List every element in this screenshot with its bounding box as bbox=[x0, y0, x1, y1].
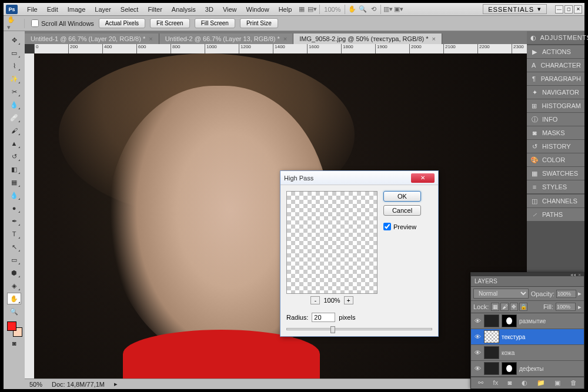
ok-button[interactable]: OK bbox=[383, 191, 421, 202]
menu-image[interactable]: Image bbox=[63, 5, 91, 14]
zoom-in-button[interactable]: + bbox=[344, 296, 353, 304]
menu-layer[interactable]: Layer bbox=[90, 5, 116, 14]
layer-row[interactable]: 👁текстура bbox=[471, 329, 584, 345]
dodge-tool[interactable]: ● bbox=[7, 202, 21, 214]
chevron-right-icon[interactable]: ▸ bbox=[114, 380, 118, 388]
cancel-button[interactable]: Cancel bbox=[383, 205, 421, 216]
foreground-swatch[interactable] bbox=[7, 321, 16, 331]
panel-collapse-icon[interactable]: ◂◂ × bbox=[570, 272, 582, 277]
panel-channels[interactable]: ◫CHANNELS bbox=[527, 194, 584, 207]
new-group-icon[interactable]: 📁 bbox=[537, 379, 545, 387]
hand-tool-icon[interactable]: ✋▾ bbox=[7, 19, 18, 28]
layer-thumb[interactable] bbox=[484, 314, 499, 327]
preview-checkbox[interactable]: Preview bbox=[383, 223, 421, 230]
adjustment-layer-icon[interactable]: ◐ bbox=[522, 379, 527, 387]
clone-stamp-tool[interactable]: ▲ bbox=[7, 138, 21, 149]
eyedropper-tool[interactable]: 💧 bbox=[7, 99, 21, 110]
shape-tool[interactable]: ▭ bbox=[7, 254, 21, 266]
layer-row[interactable]: 👁размытие bbox=[471, 313, 584, 329]
maximize-button[interactable]: ◻ bbox=[564, 5, 573, 14]
panel-history[interactable]: ↺HISTORY bbox=[527, 139, 584, 153]
opacity-input[interactable] bbox=[556, 290, 576, 298]
brush-tool[interactable]: 🖌 bbox=[7, 125, 21, 136]
lock-position-icon[interactable]: ✥ bbox=[510, 303, 518, 311]
layers-panel-head[interactable]: LAYERS bbox=[471, 276, 584, 287]
layer-row[interactable]: 👁кожа bbox=[471, 345, 584, 361]
actual-pixels-button[interactable]: Actual Pixels bbox=[99, 18, 145, 28]
delete-layer-icon[interactable]: 🗑 bbox=[570, 379, 577, 387]
layer-style-icon[interactable]: fx bbox=[493, 379, 499, 387]
dialog-titlebar[interactable]: High Pass ✕ bbox=[280, 171, 438, 185]
magic-wand-tool[interactable]: ✨ bbox=[7, 73, 21, 85]
panel-navigator[interactable]: ✦NAVIGATOR bbox=[527, 85, 584, 99]
doc-tab-1[interactable]: Untitled-1 @ 66.7% (Layer 20, RGB/8) *× bbox=[25, 33, 159, 44]
menu-edit[interactable]: Edit bbox=[42, 5, 63, 14]
fill-screen-button[interactable]: Fill Screen bbox=[195, 18, 235, 28]
move-tool[interactable]: ✥ bbox=[7, 34, 21, 46]
3d-camera-tool[interactable]: ◈ bbox=[7, 280, 21, 292]
history-brush-tool[interactable]: ↺ bbox=[7, 150, 21, 162]
layer-thumb[interactable] bbox=[484, 346, 499, 359]
panel-color[interactable]: 🎨COLOR bbox=[527, 153, 584, 166]
healing-brush-tool[interactable]: 🩹 bbox=[7, 112, 21, 123]
layer-row[interactable]: 👁дефекты bbox=[471, 361, 584, 377]
layer-mask-thumb[interactable] bbox=[502, 314, 517, 327]
slider-thumb[interactable] bbox=[330, 326, 335, 333]
visibility-icon[interactable]: 👁 bbox=[473, 333, 482, 340]
rotate-view-icon[interactable]: ⟲ bbox=[368, 5, 379, 14]
layer-thumb[interactable] bbox=[484, 362, 499, 375]
arrange-docs-icon[interactable]: ▥▾ bbox=[383, 5, 393, 14]
status-zoom[interactable]: 50% bbox=[29, 381, 42, 388]
radius-slider[interactable] bbox=[286, 328, 432, 330]
zoom-icon[interactable]: 🔍 bbox=[358, 5, 368, 14]
menu-analysis[interactable]: Analysis bbox=[167, 5, 201, 14]
panel-paths[interactable]: ⟋PATHS bbox=[527, 207, 584, 221]
panel-histogram[interactable]: ⊞HISTOGRAM bbox=[527, 99, 584, 112]
color-swatches[interactable] bbox=[6, 320, 22, 337]
path-select-tool[interactable]: ↖ bbox=[7, 241, 21, 253]
blend-mode-select[interactable]: Normal bbox=[473, 289, 529, 299]
menu-window[interactable]: Window bbox=[242, 5, 274, 14]
gradient-tool[interactable]: ▦ bbox=[7, 176, 21, 188]
type-tool[interactable]: T bbox=[7, 228, 21, 240]
panel-character[interactable]: ACHARACTER bbox=[527, 58, 584, 72]
scroll-all-windows-checkbox[interactable]: Scroll All Windows bbox=[31, 19, 94, 27]
chevron-right-icon[interactable]: ▸ bbox=[578, 303, 582, 311]
menu-view[interactable]: View bbox=[218, 5, 242, 14]
panel-info[interactable]: ⓘINFO bbox=[527, 112, 584, 126]
minimize-button[interactable]: — bbox=[555, 5, 563, 14]
zoom-level[interactable]: 100% bbox=[322, 6, 343, 13]
zoom-out-button[interactable]: - bbox=[310, 296, 320, 304]
visibility-icon[interactable]: 👁 bbox=[473, 317, 482, 324]
view-extras-icon[interactable]: ▤▾ bbox=[307, 5, 318, 14]
hand-icon[interactable]: ✋ bbox=[347, 5, 358, 14]
lock-pixels-icon[interactable]: 🖌 bbox=[500, 303, 509, 311]
crop-tool[interactable]: ✂ bbox=[7, 86, 21, 98]
lock-transparency-icon[interactable]: ▦ bbox=[491, 303, 499, 311]
status-doc-size[interactable]: Doc: 14,8M/77,1M bbox=[52, 381, 105, 388]
close-icon[interactable]: × bbox=[283, 35, 287, 42]
close-icon[interactable]: × bbox=[432, 35, 436, 42]
workspace-switcher[interactable]: ESSENTIALS▾ bbox=[483, 4, 547, 14]
radius-input[interactable] bbox=[312, 313, 335, 322]
panel-actions[interactable]: ▶ACTIONS bbox=[527, 45, 584, 58]
new-layer-icon[interactable]: ▣ bbox=[554, 379, 560, 387]
blur-tool[interactable]: 💧 bbox=[7, 189, 21, 201]
pen-tool[interactable]: ✒ bbox=[7, 215, 21, 227]
fill-input[interactable] bbox=[556, 303, 576, 311]
panel-masks[interactable]: ◙MASKS bbox=[527, 126, 584, 139]
chevron-right-icon[interactable]: ▸ bbox=[578, 290, 582, 297]
panel-paragraph[interactable]: ¶PARAGRAPH bbox=[527, 72, 584, 85]
menu-filter[interactable]: Filter bbox=[143, 5, 166, 14]
screen-mode-icon[interactable]: ▣▾ bbox=[393, 5, 404, 14]
add-mask-icon[interactable]: ◙ bbox=[508, 379, 512, 387]
layer-mask-thumb[interactable] bbox=[502, 362, 517, 375]
close-button[interactable]: ✕ bbox=[574, 5, 582, 14]
lasso-tool[interactable]: ⌇ bbox=[7, 60, 21, 72]
close-icon[interactable]: × bbox=[149, 35, 152, 42]
doc-tab-3[interactable]: IMG_9058-2.jpg @ 50% (текстура, RGB/8) *… bbox=[293, 33, 442, 44]
fit-screen-button[interactable]: Fit Screen bbox=[150, 18, 190, 28]
adjustments-panel-head[interactable]: ◐ADJUSTMENTS bbox=[527, 31, 584, 44]
lock-all-icon[interactable]: 🔒 bbox=[519, 303, 527, 311]
eraser-tool[interactable]: ◧ bbox=[7, 163, 21, 175]
